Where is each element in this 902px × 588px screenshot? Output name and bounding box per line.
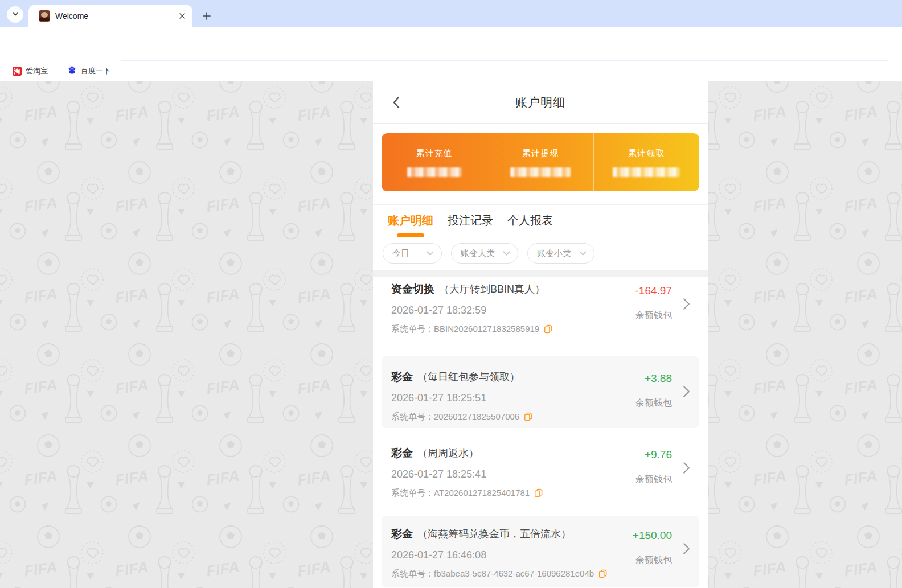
summary-label: 累计领取: [628, 148, 665, 159]
order-prefix: 系统单号：: [391, 324, 434, 334]
chevron-right-icon: [683, 542, 690, 557]
app-panel: 账户明细 累计充值 累计提现 累计领取: [373, 81, 708, 588]
filter-label: 今日: [392, 248, 409, 259]
transaction-list: 资金切换 （大厅转到BBIN真人） 2026-01-27 18:32:59 系统…: [373, 277, 708, 587]
txn-amount: +150.00: [633, 528, 672, 543]
tab-label: 账户明细: [388, 213, 433, 233]
filter-date-dropdown[interactable]: 今日: [383, 243, 442, 264]
copy-icon[interactable]: [534, 488, 543, 497]
order-number: AT202601271825401781: [434, 488, 530, 498]
tab-search-button[interactable]: [7, 6, 23, 23]
txn-order-line: 系统单号：202601271825507006: [391, 412, 699, 422]
chevron-right-icon: [683, 385, 690, 400]
summary-label: 累计充值: [416, 148, 453, 159]
txn-wallet: 余额钱包: [636, 397, 672, 409]
app-header: 账户明细: [373, 81, 708, 124]
masked-amount: [613, 167, 680, 177]
site-favicon-icon: [39, 10, 50, 22]
chevron-down-icon: [503, 248, 510, 258]
table-row[interactable]: 资金切换 （大厅转到BBIN真人） 2026-01-27 18:32:59 系统…: [382, 277, 699, 348]
summary-total-withdraw: 累计提现: [487, 133, 593, 191]
copy-icon[interactable]: [544, 324, 552, 334]
table-row[interactable]: 彩金 （海燕筹码兑换金币，五倍流水） 2026-01-27 16:46:08 系…: [382, 516, 699, 587]
bookmark-baidu[interactable]: 百度一下: [65, 64, 113, 79]
report-tabs: 账户明细 投注记录 个人报表: [373, 204, 708, 237]
txn-wallet: 余额钱包: [633, 554, 672, 566]
bookmarks-bar: 淘 爱淘宝 百度一下: [0, 61, 902, 81]
page-background: FIFA: [0, 81, 902, 588]
filter-minor-category-dropdown[interactable]: 账变小类: [527, 243, 594, 264]
txn-note: （每日红包参与领取）: [417, 369, 520, 385]
table-row[interactable]: 彩金 （周周返水） 2026-01-27 18:25:41 系统单号：AT202…: [382, 436, 699, 508]
close-icon[interactable]: [177, 11, 187, 21]
filter-label: 账变大类: [461, 248, 495, 259]
txn-wallet: 余额钱包: [636, 310, 672, 322]
txn-order-line: 系统单号：AT202601271825401781: [391, 488, 699, 498]
txn-type: 彩金: [391, 526, 413, 541]
txn-type: 资金切换: [391, 281, 434, 297]
bookmark-label: 爱淘宝: [26, 66, 48, 76]
tab-personal-report[interactable]: 个人报表: [507, 208, 553, 237]
order-number: BBIN202601271832585919: [434, 324, 539, 334]
back-chevron-icon[interactable]: [388, 94, 405, 111]
summary-card: 累计充值 累计提现 累计领取: [382, 133, 699, 191]
taobao-icon: 淘: [13, 67, 22, 76]
chevron-right-icon: [683, 298, 690, 312]
tab-title: Welcome: [55, 11, 177, 20]
section-divider: [373, 270, 708, 277]
active-tab-underline: [397, 233, 424, 237]
masked-amount: [510, 167, 571, 177]
summary-card-wrap: 累计充值 累计提现 累计领取: [373, 124, 708, 204]
order-prefix: 系统单号：: [391, 488, 434, 498]
order-prefix: 系统单号：: [391, 412, 434, 422]
browser-window: Welcome: [0, 0, 902, 588]
new-tab-button[interactable]: [199, 9, 214, 23]
masked-amount: [407, 167, 462, 177]
txn-note: （海燕筹码兑换金币，五倍流水）: [417, 527, 571, 542]
txn-amount: -164.97: [636, 283, 672, 298]
txn-order-line: 系统单号：fb3abea3-5c87-4632-ac67-16096281e04…: [391, 569, 699, 579]
chevron-down-icon: [11, 10, 19, 20]
filters-row: 今日 账变大类 账变小类: [373, 237, 708, 270]
summary-total-claimed: 累计领取: [593, 133, 699, 191]
chevron-down-icon: [579, 248, 587, 258]
tab-label: 投注记录: [448, 213, 493, 233]
tab-label: 个人报表: [507, 213, 553, 233]
order-number: 202601271825507006: [434, 412, 519, 422]
table-row[interactable]: 彩金 （每日红包参与领取） 2026-01-27 18:25:51 系统单号：2…: [382, 356, 699, 428]
tab-strip: Welcome: [0, 0, 902, 27]
chevron-right-icon: [683, 462, 690, 476]
copy-icon[interactable]: [598, 569, 607, 578]
txn-note: （大厅转到BBIN真人）: [439, 282, 545, 297]
summary-total-deposit: 累计充值: [382, 133, 487, 191]
baidu-paw-icon: [67, 65, 77, 77]
page-title: 账户明细: [515, 94, 565, 110]
txn-type: 彩金: [391, 445, 413, 460]
bookmark-label: 百度一下: [81, 66, 110, 76]
order-number: fb3abea3-5c87-4632-ac67-16096281e04b: [434, 569, 594, 579]
txn-order-line: 系统单号：BBIN202601271832585919: [391, 324, 699, 334]
bookmark-taobao[interactable]: 淘 爱淘宝: [10, 64, 50, 79]
txn-wallet: 余额钱包: [636, 474, 672, 486]
tab-bet-records[interactable]: 投注记录: [448, 208, 493, 237]
order-prefix: 系统单号：: [391, 569, 434, 579]
txn-type: 彩金: [391, 369, 413, 384]
browser-tab[interactable]: Welcome: [28, 5, 192, 27]
txn-amount: +3.88: [636, 371, 672, 386]
browser-toolbar: 175616.cc/reports/index?tab=0: [0, 27, 902, 61]
filter-major-category-dropdown[interactable]: 账变大类: [451, 243, 518, 264]
txn-amount: +9.76: [636, 447, 672, 462]
txn-note: （周周返水）: [417, 446, 479, 461]
filter-label: 账变小类: [537, 248, 571, 259]
summary-label: 累计提现: [522, 148, 559, 159]
copy-icon[interactable]: [524, 412, 532, 421]
tab-account-details[interactable]: 账户明细: [388, 208, 433, 237]
chevron-down-icon: [427, 248, 434, 258]
